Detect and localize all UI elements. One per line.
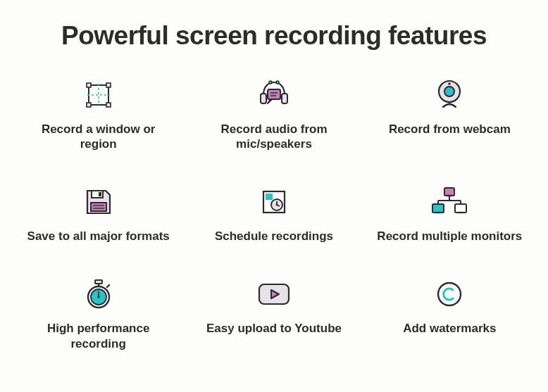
svg-rect-41	[95, 280, 102, 284]
svg-point-12	[269, 81, 272, 84]
floppy-disk-icon	[83, 182, 114, 222]
feature-record-audio: Record audio from mic/speakers	[189, 75, 358, 152]
svg-rect-8	[282, 94, 287, 103]
svg-rect-4	[106, 83, 111, 87]
video-play-icon	[256, 274, 292, 314]
feature-multi-monitor: Record multiple monitors	[366, 182, 534, 244]
svg-rect-34	[432, 204, 444, 213]
feature-high-performance: High performance recording	[14, 274, 182, 351]
feature-label: Save to all major formats	[27, 229, 170, 244]
copyright-icon	[435, 274, 464, 314]
svg-rect-9	[268, 89, 280, 99]
svg-rect-19	[99, 192, 101, 196]
stopwatch-icon	[83, 274, 114, 314]
svg-point-47	[438, 283, 461, 305]
feature-label: High performance recording	[25, 321, 173, 351]
svg-rect-35	[455, 204, 466, 213]
feature-schedule: Schedule recordings	[189, 182, 358, 244]
feature-label: Add watermarks	[403, 321, 496, 336]
svg-rect-29	[444, 188, 454, 196]
feature-label: Record from webcam	[389, 122, 511, 137]
feature-label: Record audio from mic/speakers	[200, 122, 348, 152]
feature-label: Easy upload to Youtube	[206, 321, 342, 336]
svg-point-15	[444, 87, 454, 96]
svg-rect-7	[261, 94, 266, 103]
svg-point-16	[449, 82, 452, 85]
svg-point-13	[276, 81, 279, 84]
feature-watermark: Add watermarks	[366, 274, 534, 351]
svg-line-43	[107, 285, 109, 287]
feature-label: Schedule recordings	[215, 229, 333, 244]
calendar-clock-icon	[259, 182, 289, 222]
svg-rect-3	[87, 83, 91, 87]
webcam-icon	[434, 75, 465, 115]
headset-icon	[256, 75, 292, 115]
svg-point-28	[276, 204, 278, 206]
svg-rect-5	[87, 103, 91, 107]
multi-monitor-icon	[427, 182, 472, 222]
crop-region-icon	[83, 75, 114, 115]
feature-record-region: Record a window or region	[14, 75, 182, 152]
features-grid: Record a window or region Record audio f…	[14, 75, 534, 351]
feature-record-webcam: Record from webcam	[366, 75, 534, 152]
svg-rect-20	[91, 203, 106, 211]
svg-rect-6	[106, 103, 111, 107]
svg-point-45	[97, 296, 99, 298]
svg-rect-24	[266, 194, 273, 200]
feature-label: Record multiple monitors	[377, 229, 522, 244]
feature-upload-youtube: Easy upload to Youtube	[189, 274, 358, 351]
feature-save-formats: Save to all major formats	[14, 182, 182, 244]
feature-label: Record a window or region	[25, 122, 173, 152]
page-title: Powerful screen recording features	[14, 21, 534, 51]
